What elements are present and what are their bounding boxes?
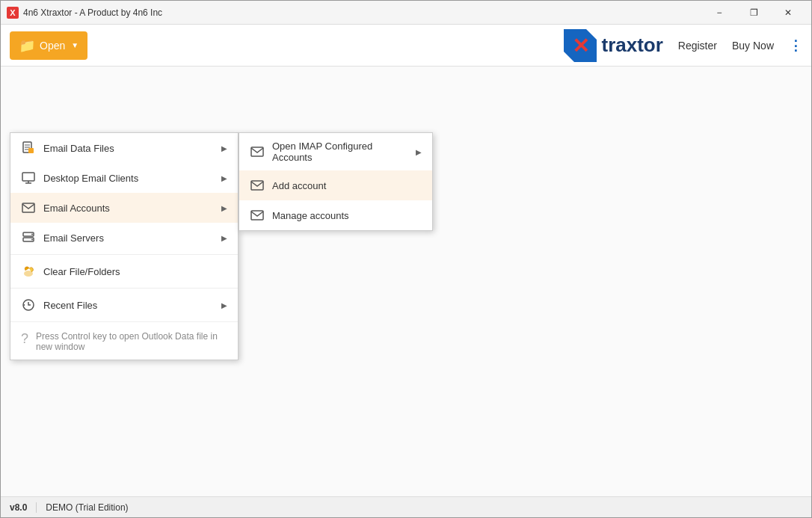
logo-svg: ✕ bbox=[564, 29, 597, 62]
logo-area: ✕ traxtor Register Buy Now ⋮ bbox=[564, 29, 802, 62]
menu-item-email-accounts[interactable]: Email Accounts ▶ bbox=[10, 193, 238, 223]
recent-files-label: Recent Files bbox=[43, 300, 214, 311]
imap-icon bbox=[250, 144, 265, 159]
menu-help-text: ? Press Control key to open Outlook Data… bbox=[10, 324, 238, 360]
submenu-item-add-account[interactable]: Add account bbox=[239, 170, 432, 200]
more-options-button[interactable]: ⋮ bbox=[789, 37, 802, 54]
logo-text: traxtor bbox=[601, 34, 662, 57]
svg-text:✕: ✕ bbox=[572, 34, 589, 58]
arrow-icon: ▶ bbox=[221, 204, 227, 212]
svg-point-16 bbox=[31, 239, 33, 241]
submenu-item-open-imap[interactable]: Open IMAP Configured Accounts ▶ bbox=[239, 133, 432, 170]
folder-icon: 📁 bbox=[19, 37, 35, 54]
buynow-button[interactable]: Buy Now bbox=[732, 40, 774, 52]
menu-item-recent-files[interactable]: Recent Files ▶ bbox=[10, 290, 238, 320]
arrow-icon: ▶ bbox=[221, 234, 227, 242]
add-account-icon bbox=[250, 178, 265, 193]
app-logo: ✕ traxtor bbox=[564, 29, 662, 62]
svg-rect-8 bbox=[28, 148, 34, 153]
menu-divider-2 bbox=[10, 288, 238, 289]
add-account-label: Add account bbox=[272, 180, 422, 191]
help-icon: ? bbox=[21, 331, 28, 347]
submenu-item-manage-accounts[interactable]: Manage accounts bbox=[239, 200, 432, 230]
restore-button[interactable]: ❐ bbox=[736, 1, 771, 25]
clear-icon bbox=[21, 264, 36, 279]
clear-files-label: Clear File/Folders bbox=[43, 266, 227, 277]
open-imap-label: Open IMAP Configured Accounts bbox=[272, 141, 408, 163]
open-label: Open bbox=[40, 40, 65, 52]
menu-divider-3 bbox=[10, 321, 238, 322]
manage-accounts-label: Manage accounts bbox=[272, 210, 422, 221]
svg-point-15 bbox=[31, 234, 33, 235]
app-title: 4n6 Xtraxtor - A Product by 4n6 Inc bbox=[23, 7, 702, 18]
arrow-icon: ▶ bbox=[416, 148, 422, 156]
dropdown-arrow-icon: ▼ bbox=[71, 41, 79, 49]
svg-rect-19 bbox=[251, 147, 263, 156]
close-button[interactable]: ✕ bbox=[771, 1, 805, 25]
menu-item-desktop-email-clients[interactable]: Desktop Email Clients ▶ bbox=[10, 163, 238, 193]
file-icon bbox=[21, 141, 36, 155]
manage-accounts-icon bbox=[250, 208, 265, 223]
svg-rect-20 bbox=[251, 181, 263, 190]
help-description: Press Control key to open Outlook Data f… bbox=[36, 331, 227, 352]
register-button[interactable]: Register bbox=[678, 40, 717, 52]
status-bar: v8.0 DEMO (Trial Edition) bbox=[1, 496, 811, 517]
server-icon bbox=[21, 230, 36, 245]
main-content: Email Data Files ▶ Desktop Email Clients… bbox=[1, 67, 811, 498]
arrow-icon: ▶ bbox=[221, 144, 227, 152]
menu-divider-1 bbox=[10, 254, 238, 255]
window-controls: − ❐ ✕ bbox=[702, 1, 805, 25]
menu-item-email-servers[interactable]: Email Servers ▶ bbox=[10, 223, 238, 253]
arrow-icon: ▶ bbox=[221, 301, 227, 309]
open-dropdown-menu: Email Data Files ▶ Desktop Email Clients… bbox=[10, 132, 239, 360]
email-accounts-label: Email Accounts bbox=[43, 203, 214, 214]
svg-rect-12 bbox=[22, 203, 34, 212]
email-servers-label: Email Servers bbox=[43, 232, 214, 244]
desktop-email-clients-label: Desktop Email Clients bbox=[43, 173, 214, 184]
app-icon: X bbox=[7, 7, 19, 19]
desktop-icon bbox=[21, 170, 36, 185]
email-accounts-icon bbox=[21, 200, 36, 215]
menu-item-clear-files[interactable]: Clear File/Folders bbox=[10, 256, 238, 286]
version-label: v8.0 bbox=[10, 502, 37, 513]
title-bar: X 4n6 Xtraxtor - A Product by 4n6 Inc − … bbox=[1, 1, 811, 25]
open-button[interactable]: 📁 Open ▼ bbox=[10, 31, 87, 60]
minimize-button[interactable]: − bbox=[702, 1, 736, 25]
email-data-files-label: Email Data Files bbox=[43, 143, 214, 154]
svg-rect-9 bbox=[22, 173, 34, 181]
email-accounts-submenu: Open IMAP Configured Accounts ▶ Add acco… bbox=[239, 132, 433, 231]
svg-rect-21 bbox=[251, 211, 263, 220]
arrow-icon: ▶ bbox=[221, 174, 227, 182]
svg-text:X: X bbox=[10, 8, 16, 17]
toolbar: 📁 Open ▼ ✕ traxtor Register Buy Now ⋮ bbox=[1, 25, 811, 67]
status-text: DEMO (Trial Edition) bbox=[46, 502, 128, 513]
menu-item-email-data-files[interactable]: Email Data Files ▶ bbox=[10, 133, 238, 163]
recent-icon bbox=[21, 297, 36, 312]
